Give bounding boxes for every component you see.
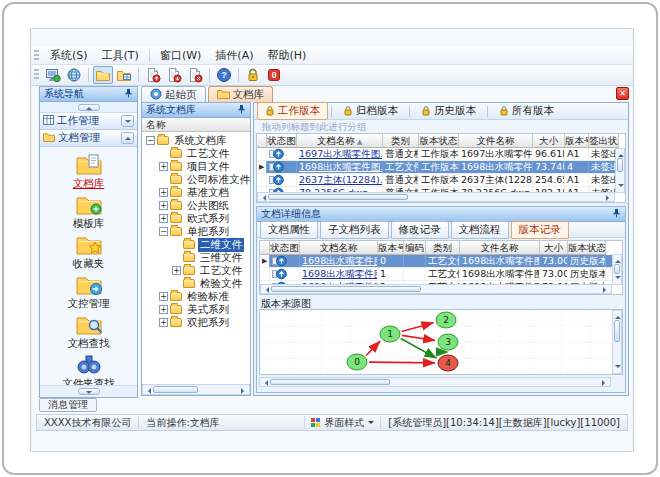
tree-node[interactable]: +双把系列 — [144, 316, 250, 329]
column-header[interactable]: 版本状态 — [419, 134, 459, 148]
expand-icon[interactable]: + — [159, 305, 168, 314]
collapse-icon[interactable]: − — [159, 227, 168, 236]
column-header[interactable]: 编码 — [404, 241, 426, 255]
sidebar-item[interactable]: 文档查找 — [40, 312, 137, 352]
tab-start-page[interactable]: 起始页 — [141, 86, 206, 102]
tree-column-header[interactable]: 名称 — [142, 118, 250, 132]
tree-node[interactable]: 二维文件 — [144, 238, 250, 251]
sidebar-item[interactable]: 文控管理 — [40, 272, 137, 312]
expand-icon[interactable]: + — [159, 188, 168, 197]
table-row[interactable]: 1698出水嘴零件图.dwg1工艺文件1698出水嘴零件图.dwg73.00KB… — [260, 268, 622, 281]
horizontal-scrollbar[interactable] — [259, 377, 611, 387]
expand-icon[interactable]: + — [172, 266, 181, 275]
version-tab[interactable]: 归档版本 — [335, 102, 406, 120]
pin-icon[interactable] — [124, 88, 133, 100]
column-header[interactable]: 文档名称 — [300, 241, 378, 255]
table-row[interactable]: ▶1698出水嘴零件图.dwg工艺文件工作版本1698出水嘴零件图.dwg73.… — [257, 161, 625, 174]
tab-doc-library[interactable]: 文档库 — [208, 86, 274, 102]
details-tab[interactable]: 版本记录 — [511, 221, 569, 239]
doc-checkin-icon[interactable] — [143, 66, 163, 84]
tree-node[interactable]: 检验文件 — [144, 277, 250, 290]
tree-node[interactable]: +工艺文件 — [144, 264, 250, 277]
menu-item[interactable]: 帮助(H) — [260, 47, 313, 64]
pin-icon[interactable] — [237, 104, 246, 116]
sidebar-group-docs[interactable]: 文档管理 — [40, 130, 137, 147]
column-header[interactable]: 大小 — [533, 134, 565, 148]
ui-style-dropdown[interactable]: 界面样式 — [304, 416, 380, 429]
tree-node[interactable]: +基准文档 — [144, 186, 250, 199]
tree-node[interactable]: +项目文件 — [144, 160, 250, 173]
toolbar-drag-grip[interactable] — [34, 69, 39, 81]
tree-node[interactable]: +美式系列 — [144, 303, 250, 316]
doc-cancel-icon[interactable] — [185, 66, 205, 84]
column-header[interactable] — [257, 134, 267, 148]
expand-icon[interactable]: + — [159, 318, 168, 327]
menu-item[interactable]: 工具(T) — [95, 47, 146, 64]
column-header[interactable]: 签出状态 — [589, 134, 619, 148]
doc-checkout-icon[interactable] — [164, 66, 184, 84]
sidebar-item[interactable]: 收藏夹 — [40, 232, 137, 272]
vertical-scrollbar[interactable] — [612, 310, 622, 374]
column-header[interactable]: 版本号 — [565, 134, 589, 148]
doc-library-open-icon[interactable] — [93, 66, 113, 84]
menu-item[interactable]: 窗口(W) — [153, 47, 208, 64]
pin-icon[interactable] — [612, 208, 621, 220]
menu-item[interactable]: 系统(S) — [43, 47, 95, 64]
version-tab[interactable]: 工作版本 — [257, 102, 328, 120]
tree-node[interactable]: −系统文档库 — [144, 134, 250, 147]
column-header[interactable]: 文档名称 ▲ — [297, 134, 383, 148]
expand-icon[interactable]: + — [159, 162, 168, 171]
vertical-scrollbar[interactable] — [615, 148, 625, 193]
version-tab[interactable]: 历史版本 — [413, 102, 484, 120]
exit-icon[interactable]: 0 — [264, 66, 284, 84]
horizontal-scrollbar[interactable] — [260, 284, 612, 294]
horizontal-scrollbar[interactable] — [257, 192, 615, 202]
sidebar-item[interactable]: 模板库 — [40, 192, 137, 232]
tree-node[interactable]: +检验标准 — [144, 290, 250, 303]
web-icon[interactable] — [64, 66, 84, 84]
details-tab[interactable]: 文档流程 — [451, 221, 509, 239]
menu-item[interactable]: 插件(A) — [208, 47, 260, 64]
close-tab-button[interactable]: ✕ — [616, 87, 629, 100]
collapse-up-button[interactable] — [78, 104, 100, 111]
tree-horizontal-scrollbar[interactable] — [142, 384, 250, 395]
details-tab[interactable]: 文档属性 — [260, 221, 318, 239]
collapse-icon[interactable]: − — [146, 136, 155, 145]
collapse-down-button[interactable] — [78, 388, 100, 395]
column-header[interactable]: 文件名称 — [459, 134, 533, 148]
details-tab[interactable]: 子文档列表 — [320, 221, 389, 239]
column-header[interactable]: 类别 — [383, 134, 419, 148]
sidebar-item[interactable]: 文件夹查找 — [40, 352, 137, 385]
column-header[interactable] — [260, 241, 270, 255]
table-row[interactable]: 1697出水嘴零件图.dwg普通文档工作版本1697出水嘴零件图.dwg96.6… — [257, 148, 625, 161]
menu-drag-grip[interactable] — [34, 50, 39, 62]
tree-node[interactable]: −单把系列 — [144, 225, 250, 238]
sidebar-item[interactable]: 文档库 — [40, 152, 137, 192]
column-header[interactable]: 类别 — [426, 241, 460, 255]
column-header[interactable]: 大小 — [540, 241, 568, 255]
chevron-down-icon[interactable] — [121, 115, 134, 127]
tree-node[interactable]: 工艺文件 — [144, 147, 250, 160]
column-header[interactable]: 版本状态 — [568, 241, 606, 255]
tree-node[interactable]: +欧式系列 — [144, 212, 250, 225]
message-manage-tab[interactable]: 消息管理 — [39, 398, 97, 412]
tree-node[interactable]: 公司标准文件 — [144, 173, 250, 186]
help-icon[interactable]: ? — [214, 66, 234, 84]
details-tab[interactable]: 修改记录 — [391, 221, 449, 239]
chevron-up-icon[interactable] — [121, 132, 134, 144]
expand-icon[interactable]: + — [159, 214, 168, 223]
column-header[interactable]: 状态图 — [267, 134, 297, 148]
column-header[interactable]: 状态图 — [270, 241, 300, 255]
library-view-icon[interactable] — [114, 66, 134, 84]
expand-icon[interactable]: + — [159, 201, 168, 210]
sidebar-group-work[interactable]: 工作管理 — [40, 113, 137, 130]
display-settings-icon[interactable] — [43, 66, 63, 84]
tree-node[interactable]: 三维文件 — [144, 251, 250, 264]
table-row[interactable]: 2637主体(12284).dwg普通文档工作版本2637主体(12284).d… — [257, 174, 625, 187]
lock-icon[interactable] — [243, 66, 263, 84]
expand-icon[interactable]: + — [159, 292, 168, 301]
table-row[interactable]: ▶1698出水嘴零件图.dwg0工艺文件1698出水嘴零件图.dwg73.00K… — [260, 255, 622, 268]
column-header[interactable]: 版本号 — [378, 241, 404, 255]
column-header[interactable]: 文件名称 — [460, 241, 540, 255]
tree-node[interactable]: +公共图纸 — [144, 199, 250, 212]
